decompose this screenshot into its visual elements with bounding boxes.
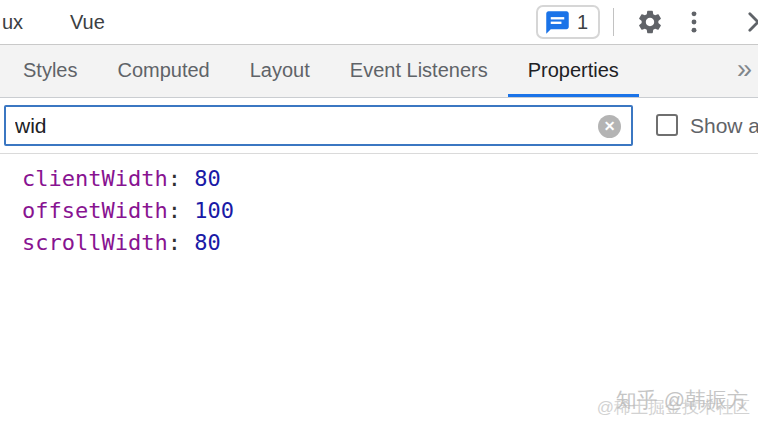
- watermark-secondary-text: @稀土掘金技术社区: [597, 396, 750, 419]
- property-name: clientWidth: [22, 166, 168, 191]
- property-name: scrollWidth: [22, 230, 168, 255]
- kebab-menu-icon: [680, 22, 708, 39]
- close-devtools-button[interactable]: [744, 8, 758, 36]
- property-row-offsetwidth[interactable]: offsetWidth: 100: [22, 195, 758, 227]
- show-all-checkbox[interactable]: [656, 114, 678, 136]
- devtools-toolbar: ux Vue 1: [0, 0, 758, 45]
- property-value: 80: [194, 166, 221, 191]
- close-icon: [744, 22, 758, 39]
- clear-filter-icon[interactable]: ✕: [598, 115, 621, 138]
- tab-layout[interactable]: Layout: [230, 45, 330, 97]
- more-options-button[interactable]: [680, 8, 708, 36]
- issues-count: 1: [577, 11, 588, 34]
- issues-badge[interactable]: 1: [536, 5, 600, 39]
- toolbar-separator: [613, 8, 614, 36]
- tab-properties[interactable]: Properties: [508, 45, 639, 97]
- property-value: 80: [194, 230, 221, 255]
- property-row-clientwidth[interactable]: clientWidth: 80: [22, 163, 758, 195]
- properties-list: clientWidth: 80 offsetWidth: 100 scrollW…: [0, 154, 758, 259]
- message-bubble-icon: [544, 9, 571, 36]
- property-separator: :: [168, 198, 181, 223]
- tab-computed[interactable]: Computed: [97, 45, 229, 97]
- sidebar-pane-tabs: Styles Computed Layout Event Listeners P…: [0, 45, 758, 98]
- watermark: @稀土掘金技术社区 知乎 @韩振方: [580, 386, 750, 420]
- properties-filter-bar: ✕ Show all: [0, 98, 758, 154]
- show-all-label[interactable]: Show all: [690, 98, 758, 154]
- property-separator: :: [168, 166, 181, 191]
- property-name: offsetWidth: [22, 198, 168, 223]
- toolbar-tab-redux[interactable]: ux: [2, 0, 23, 44]
- property-separator: :: [168, 230, 181, 255]
- tab-styles[interactable]: Styles: [3, 45, 97, 97]
- property-row-scrollwidth[interactable]: scrollWidth: 80: [22, 227, 758, 259]
- filter-input[interactable]: [4, 105, 633, 146]
- gear-icon: [636, 22, 664, 39]
- watermark-primary-text: 知乎 @韩振方: [616, 386, 748, 414]
- more-tabs-chevron-icon[interactable]: »: [737, 45, 758, 97]
- settings-button[interactable]: [636, 8, 664, 36]
- property-value: 100: [194, 198, 234, 223]
- tab-event-listeners[interactable]: Event Listeners: [330, 45, 508, 97]
- toolbar-tab-vue[interactable]: Vue: [70, 0, 105, 44]
